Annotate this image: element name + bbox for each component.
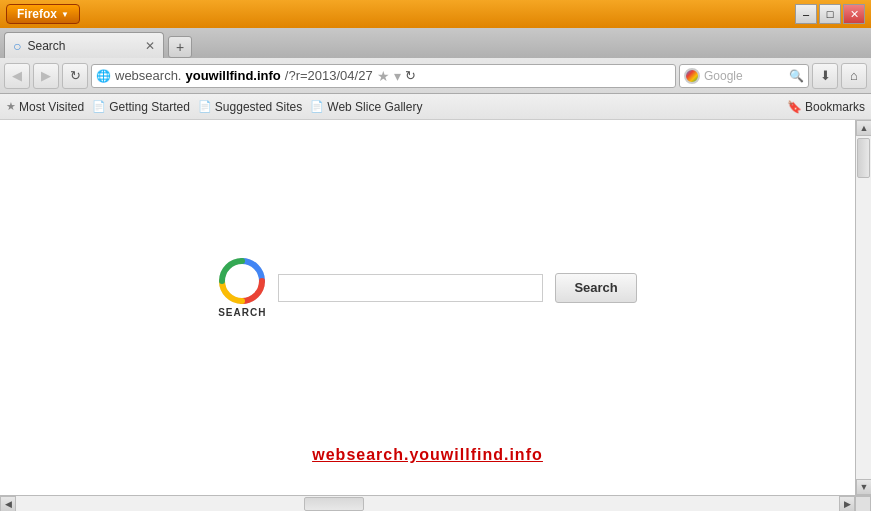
bookmark-dropdown-icon[interactable]: ▾ xyxy=(394,68,401,84)
url-prefix: websearch. xyxy=(115,68,181,83)
scroll-down-button[interactable]: ▼ xyxy=(856,479,871,495)
tab-favicon: ○ xyxy=(13,38,21,54)
main-search-input[interactable] xyxy=(278,274,543,302)
vertical-scrollbar: ▲ ▼ xyxy=(855,120,871,495)
suggested-sites-icon: 📄 xyxy=(198,100,212,113)
scrollbar-track[interactable] xyxy=(856,136,871,479)
bookmark-star-icon[interactable]: ★ xyxy=(377,68,390,84)
getting-started-icon: 📄 xyxy=(92,100,106,113)
most-visited-label: Most Visited xyxy=(19,100,84,114)
search-logo: SEARCH xyxy=(218,257,266,318)
bookmark-web-slice[interactable]: 📄 Web Slice Gallery xyxy=(310,100,422,114)
url-domain: youwillfind.info xyxy=(185,68,280,83)
most-visited-icon: ★ xyxy=(6,100,16,113)
bookmarks-menu-button[interactable]: 🔖 Bookmarks xyxy=(787,100,865,114)
search-logo-label: SEARCH xyxy=(218,307,266,318)
scroll-up-button[interactable]: ▲ xyxy=(856,120,871,136)
search-bar-placeholder: Google xyxy=(704,69,785,83)
firefox-label: Firefox xyxy=(17,7,57,21)
scroll-right-button[interactable]: ▶ xyxy=(839,496,855,512)
tab-title: Search xyxy=(27,39,139,53)
suggested-sites-label: Suggested Sites xyxy=(215,100,302,114)
tabbar: ○ Search ✕ + xyxy=(0,28,871,58)
bookmarks-bar: ★ Most Visited 📄 Getting Started 📄 Sugge… xyxy=(0,94,871,120)
google-icon xyxy=(684,68,700,84)
search-bar[interactable]: Google 🔍 xyxy=(679,64,809,88)
bookmark-suggested-sites[interactable]: 📄 Suggested Sites xyxy=(198,100,302,114)
web-slice-icon: 📄 xyxy=(310,100,324,113)
scrollbar-thumb[interactable] xyxy=(857,138,870,178)
reload-button[interactable]: ↻ xyxy=(62,63,88,89)
address-favicon: 🌐 xyxy=(96,69,111,83)
firefox-dropdown-arrow: ▼ xyxy=(61,10,69,19)
page-content: SEARCH Search websearch.youwillfind.info xyxy=(0,120,855,495)
h-scrollbar-track[interactable] xyxy=(16,496,839,512)
new-tab-button[interactable]: + xyxy=(168,36,192,58)
h-scrollbar-thumb[interactable] xyxy=(304,497,364,511)
address-bar[interactable]: 🌐 websearch.youwillfind.info/?r=2013/04/… xyxy=(91,64,676,88)
bottom-promo-text: websearch.youwillfind.info xyxy=(312,444,542,465)
download-button[interactable]: ⬇ xyxy=(812,63,838,89)
search-widget: SEARCH Search xyxy=(218,257,637,318)
home-button[interactable]: ⌂ xyxy=(841,63,867,89)
minimize-button[interactable]: – xyxy=(795,4,817,24)
web-slice-label: Web Slice Gallery xyxy=(327,100,422,114)
active-tab[interactable]: ○ Search ✕ xyxy=(4,32,164,58)
bookmarks-label: Bookmarks xyxy=(805,100,865,114)
scrollbar-corner xyxy=(855,496,871,512)
tab-close-button[interactable]: ✕ xyxy=(145,39,155,53)
titlebar: Firefox ▼ – □ ✕ xyxy=(0,0,871,28)
bookmark-getting-started[interactable]: 📄 Getting Started xyxy=(92,100,190,114)
maximize-button[interactable]: □ xyxy=(819,4,841,24)
firefox-menu-button[interactable]: Firefox ▼ xyxy=(6,4,80,24)
search-magnifier-icon[interactable]: 🔍 xyxy=(789,69,804,83)
bookmarks-icon: 🔖 xyxy=(787,100,802,114)
getting-started-label: Getting Started xyxy=(109,100,190,114)
scroll-left-button[interactable]: ◀ xyxy=(0,496,16,512)
navbar: ◀ ▶ ↻ 🌐 websearch.youwillfind.info/?r=20… xyxy=(0,58,871,94)
search-submit-button[interactable]: Search xyxy=(555,273,636,303)
google-circle-logo xyxy=(218,257,266,305)
back-button[interactable]: ◀ xyxy=(4,63,30,89)
horizontal-scrollbar: ◀ ▶ xyxy=(0,495,871,511)
bookmark-most-visited[interactable]: ★ Most Visited xyxy=(6,100,84,114)
address-reload-icon[interactable]: ↻ xyxy=(405,68,416,83)
window-controls: – □ ✕ xyxy=(795,4,865,24)
close-button[interactable]: ✕ xyxy=(843,4,865,24)
forward-button[interactable]: ▶ xyxy=(33,63,59,89)
browser-window: Firefox ▼ – □ ✕ ○ Search ✕ + ◀ ▶ ↻ 🌐 web… xyxy=(0,0,871,511)
url-suffix: /?r=2013/04/27 xyxy=(285,68,373,83)
